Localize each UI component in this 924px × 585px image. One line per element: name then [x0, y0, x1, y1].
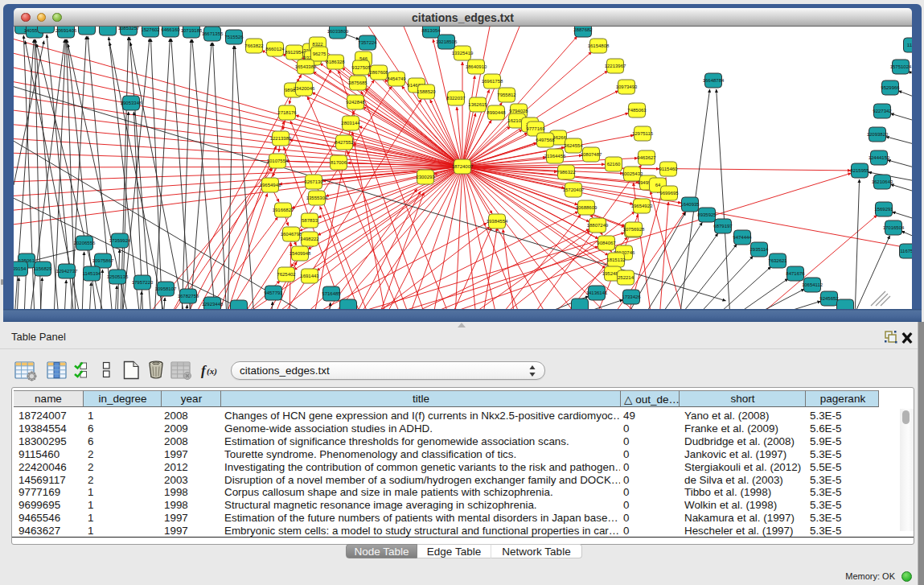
- svg-text:9529966: 9529966: [881, 85, 900, 90]
- svg-text:9777169: 9777169: [526, 126, 545, 131]
- svg-text:9115460: 9115460: [659, 167, 679, 171]
- svg-text:10107554: 10107554: [267, 159, 289, 163]
- svg-text:7357224: 7357224: [358, 40, 377, 45]
- svg-text:9245652: 9245652: [819, 296, 839, 301]
- svg-text:116753: 116753: [900, 249, 912, 253]
- svg-text:16046798: 16046798: [281, 232, 302, 237]
- svg-text:9242848: 9242848: [346, 100, 365, 105]
- svg-text:20206556: 20206556: [74, 241, 96, 245]
- svg-text:19218506: 19218506: [436, 39, 458, 44]
- svg-text:23420046: 23420046: [294, 86, 315, 91]
- svg-text:10973493: 10973493: [616, 84, 638, 89]
- svg-text:5716485: 5716485: [322, 291, 341, 296]
- svg-text:10654112: 10654112: [802, 282, 823, 287]
- svg-text:20691406: 20691406: [55, 28, 77, 33]
- svg-text:8322037: 8322037: [446, 96, 466, 101]
- svg-text:10975867: 10975867: [92, 258, 114, 263]
- svg-text:7663822: 7663822: [244, 43, 264, 48]
- svg-text:7955812: 7955812: [497, 93, 516, 97]
- svg-text:19654923: 19654923: [631, 204, 653, 208]
- svg-text:15409948: 15409948: [290, 251, 311, 256]
- svg-text:7625402: 7625402: [277, 272, 296, 277]
- svg-text:64: 64: [655, 183, 661, 187]
- svg-text:39154: 39154: [14, 266, 27, 271]
- svg-text:21364456: 21364456: [544, 154, 566, 159]
- svg-text:10025433: 10025433: [622, 171, 643, 176]
- svg-text:8186328: 8186328: [326, 60, 345, 64]
- svg-text:16648784: 16648784: [703, 78, 725, 83]
- svg-text:6497568: 6497568: [536, 138, 555, 142]
- svg-text:1117: 1117: [907, 43, 912, 47]
- svg-text:19166827: 19166827: [273, 208, 294, 212]
- svg-text:1815132: 1815132: [606, 257, 626, 262]
- svg-text:7986322: 7986322: [556, 170, 576, 175]
- svg-text:16782759: 16782759: [178, 294, 199, 299]
- svg-text:13555304: 13555304: [306, 196, 328, 200]
- svg-text:8322: 8322: [312, 42, 323, 47]
- svg-text:7632621: 7632621: [768, 258, 787, 263]
- svg-text:10958107: 10958107: [155, 286, 177, 291]
- svg-text:8990448: 8990448: [487, 110, 506, 115]
- svg-text:9327505: 9327505: [351, 65, 371, 70]
- svg-text:12213967: 12213967: [605, 64, 626, 68]
- svg-text:1569291: 1569291: [874, 207, 893, 212]
- svg-text:1588520: 1588520: [417, 89, 436, 94]
- svg-text:10688609: 10688609: [576, 205, 598, 210]
- svg-text:10807487: 10807487: [581, 152, 602, 157]
- svg-text:2887682: 2887682: [573, 27, 593, 32]
- svg-text:1527602: 1527602: [141, 27, 160, 32]
- svg-text:12213389: 12213389: [270, 136, 292, 141]
- svg-text:2803144: 2803144: [341, 121, 360, 126]
- svg-text:(x): (x): [207, 366, 217, 377]
- svg-text:6466160: 6466160: [161, 27, 180, 32]
- svg-text:8912954: 8912954: [285, 50, 304, 55]
- svg-text:2300293: 2300293: [416, 175, 435, 179]
- svg-text:12975115: 12975115: [632, 131, 654, 136]
- svg-text:18724007: 18724007: [452, 164, 474, 169]
- svg-text:9463627: 9463627: [637, 155, 656, 160]
- svg-text:16671355: 16671355: [202, 31, 224, 36]
- svg-text:9084067: 9084067: [597, 241, 616, 245]
- svg-text:3624554: 3624554: [564, 143, 583, 148]
- svg-text:587833: 587833: [302, 218, 318, 223]
- svg-text:17359924: 17359924: [109, 238, 131, 243]
- svg-text:10853257: 10853257: [118, 27, 140, 31]
- svg-text:17957223: 17957223: [132, 280, 154, 285]
- svg-text:16210643: 16210643: [872, 179, 893, 184]
- svg-text:15751024: 15751024: [890, 64, 912, 69]
- svg-text:1733426: 1733426: [622, 295, 641, 299]
- svg-text:12942737: 12942737: [56, 269, 78, 274]
- svg-text:19654943: 19654943: [260, 183, 281, 187]
- svg-text:18640910: 18640910: [466, 64, 487, 69]
- svg-text:62160: 62160: [607, 162, 621, 167]
- svg-text:817006: 817006: [331, 160, 347, 165]
- svg-text:16961758: 16961758: [482, 79, 503, 84]
- svg-text:8813054: 8813054: [421, 28, 441, 33]
- svg-text:9794028: 9794028: [509, 109, 528, 113]
- svg-text:29053346: 29053346: [121, 101, 142, 105]
- svg-text:8471676: 8471676: [786, 271, 805, 276]
- svg-text:18807249: 18807249: [587, 223, 609, 228]
- svg-text:16033809: 16033809: [327, 29, 349, 34]
- svg-text:1640935: 1640935: [680, 202, 700, 207]
- svg-text:1691443: 1691443: [300, 274, 319, 278]
- svg-text:7485063: 7485063: [627, 108, 647, 113]
- svg-text:9227342: 9227342: [873, 109, 892, 113]
- svg-text:12505135: 12505135: [107, 274, 129, 279]
- svg-text:10719185: 10719185: [181, 28, 203, 33]
- svg-text:9474444: 9474444: [733, 235, 752, 240]
- svg-text:3498222: 3498222: [300, 237, 319, 241]
- svg-text:15720407: 15720407: [563, 187, 585, 192]
- svg-text:2718176: 2718176: [277, 110, 297, 115]
- svg-text:2867608: 2867608: [369, 70, 388, 75]
- svg-text:1156829: 1156829: [34, 266, 53, 271]
- svg-text:8660124: 8660124: [265, 47, 285, 51]
- svg-text:17016504: 17016504: [883, 225, 905, 230]
- svg-text:16154808: 16154808: [588, 43, 610, 48]
- svg-text:1145194: 1145194: [83, 271, 102, 276]
- svg-text:9457791: 9457791: [264, 290, 283, 295]
- svg-text:12444159: 12444159: [869, 155, 890, 160]
- svg-text:6879197: 6879197: [713, 224, 733, 229]
- svg-text:8454749: 8454749: [387, 76, 406, 81]
- svg-text:14136141: 14136141: [586, 290, 608, 295]
